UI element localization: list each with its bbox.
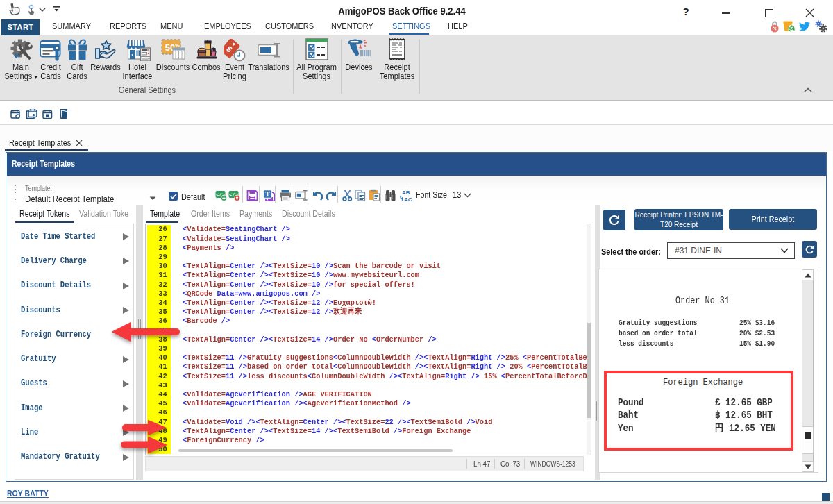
svg-text:AB: AB [402,190,410,196]
svg-text:T: T [265,191,270,198]
svg-text:AC: AC [404,196,412,202]
svg-text:S: S [790,26,793,31]
